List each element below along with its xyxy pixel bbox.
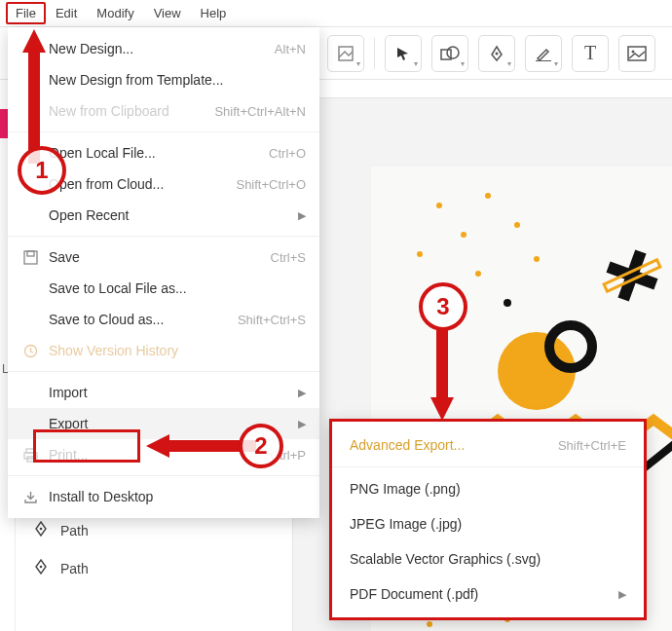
menu-save[interactable]: Save Ctrl+S [8,241,319,273]
svg-point-3 [496,52,499,55]
pen-nib-icon [33,521,49,539]
toolbar-select-button[interactable]: ▾ [385,35,422,72]
menu-item-label: Scalable Vector Graphics (.svg) [350,551,626,567]
toolbar-shape-button[interactable]: ▾ [431,35,468,72]
menu-item-label: New Design from Template... [49,72,306,88]
svg-point-14 [475,271,481,277]
svg-point-2 [447,47,459,58]
svg-point-7 [40,528,43,531]
file-menu-dropdown: New Design... Alt+N New Design from Temp… [8,27,319,518]
menu-separator [332,466,644,467]
menu-edit[interactable]: Edit [46,2,87,24]
menu-export[interactable]: Export ▶ [8,408,319,439]
toolbar-text-button[interactable]: T [572,35,609,72]
menu-shortcut: Alt+N [275,42,306,56]
menu-separator [8,475,319,476]
menu-open-recent[interactable]: Open Recent ▶ [8,200,319,231]
svg-rect-4 [536,60,551,61]
export-pdf[interactable]: PDF Document (.pdf) ▶ [332,576,644,612]
export-svg[interactable]: Scalable Vector Graphics (.svg) [332,541,644,576]
menu-help[interactable]: Help [191,2,237,24]
menu-item-label: Open Local File... [49,145,259,161]
menu-item-label: Save to Local File as... [49,280,306,296]
export-jpg[interactable]: JPEG Image (.jpg) [332,506,644,541]
export-submenu: Advanced Export... Shift+Ctrl+E PNG Imag… [329,419,647,620]
export-png[interactable]: PNG Image (.png) [332,471,644,506]
save-icon [21,250,39,265]
layers-list: Path Path [19,511,175,587]
menu-item-label: Save to Cloud as... [49,312,228,327]
menu-open-cloud[interactable]: Open from Cloud... Shift+Ctrl+O [8,168,319,200]
svg-point-16 [504,299,511,307]
layer-label: Path [60,523,89,538]
menu-shortcut: Shift+Ctrl+E [558,438,626,453]
svg-point-6 [632,50,635,53]
menu-file[interactable]: File [6,2,46,24]
layer-label: Path [60,561,89,576]
layer-row[interactable]: Path [19,549,175,587]
menubar: File Edit Modify View Help [0,0,672,27]
menu-version-history: Show Version History [8,335,319,366]
export-advanced[interactable]: Advanced Export... Shift+Ctrl+E [332,427,644,463]
menu-save-local[interactable]: Save to Local File as... [8,273,319,304]
menu-item-label: Open Recent [49,207,288,223]
svg-point-24 [427,621,432,627]
svg-point-15 [534,256,540,262]
menu-view[interactable]: View [144,2,191,24]
svg-rect-29 [27,251,34,256]
menu-save-cloud[interactable]: Save to Cloud as... Shift+Ctrl+S [8,304,319,335]
menu-item-label: Print... [49,447,261,463]
menu-print: Print... Ctrl+P [8,439,319,470]
toolbar-separator [374,38,375,69]
menu-open-local[interactable]: Open Local File... Ctrl+O [8,137,319,168]
svg-rect-32 [24,453,37,459]
toolbar-brush-button[interactable]: ▾ [525,35,562,72]
pen-nib-icon [33,559,49,577]
menu-shortcut: Ctrl+O [269,146,306,161]
menu-shortcut: Ctrl+S [271,250,306,265]
toolbar-pen-button[interactable]: ▾ [478,35,515,72]
svg-rect-28 [24,251,37,264]
menu-item-label: New from Clipboard [49,103,205,119]
menu-shortcut: Shift+Ctrl+Alt+N [214,104,306,119]
submenu-arrow-icon: ▶ [618,588,626,601]
menu-new-clipboard: New from Clipboard Shift+Ctrl+Alt+N [8,95,319,127]
menu-item-label: JPEG Image (.jpg) [350,516,626,532]
menu-item-label: New Design... [49,41,265,56]
toolbar-logo-button[interactable]: ▾ [327,35,364,72]
history-icon [21,344,39,358]
menu-new-design[interactable]: New Design... Alt+N [8,33,319,64]
menu-install-desktop[interactable]: Install to Desktop [8,481,319,512]
install-icon [21,490,39,504]
submenu-arrow-icon: ▶ [298,209,306,222]
menu-separator [8,131,319,132]
svg-point-12 [514,222,520,228]
menu-shortcut: Shift+Ctrl+O [236,177,306,192]
svg-point-13 [417,251,423,257]
svg-point-9 [436,203,442,208]
submenu-arrow-icon: ▶ [298,418,306,430]
menu-item-label: PNG Image (.png) [350,481,626,497]
menu-separator [8,371,319,372]
menu-item-label: Advanced Export... [350,437,548,453]
menu-separator [8,236,319,237]
menu-item-label: PDF Document (.pdf) [350,586,609,602]
svg-point-8 [40,566,43,569]
menu-item-label: Install to Desktop [49,489,306,504]
menu-item-label: Export [49,416,288,431]
menu-item-label: Open from Cloud... [49,176,226,192]
menu-shortcut: Ctrl+P [271,448,306,463]
svg-point-10 [485,193,491,199]
menu-new-template[interactable]: New Design from Template... [8,64,319,95]
menu-item-label: Save [49,249,261,265]
print-icon [21,448,39,463]
submenu-arrow-icon: ▶ [298,387,306,399]
menu-shortcut: Shift+Ctrl+S [238,313,306,327]
menu-import[interactable]: Import ▶ [8,377,319,408]
toolbar-image-button[interactable] [618,35,655,72]
menu-item-label: Show Version History [49,343,306,358]
menu-item-label: Import [49,385,288,400]
menu-modify[interactable]: Modify [87,2,143,24]
svg-point-11 [461,232,467,238]
